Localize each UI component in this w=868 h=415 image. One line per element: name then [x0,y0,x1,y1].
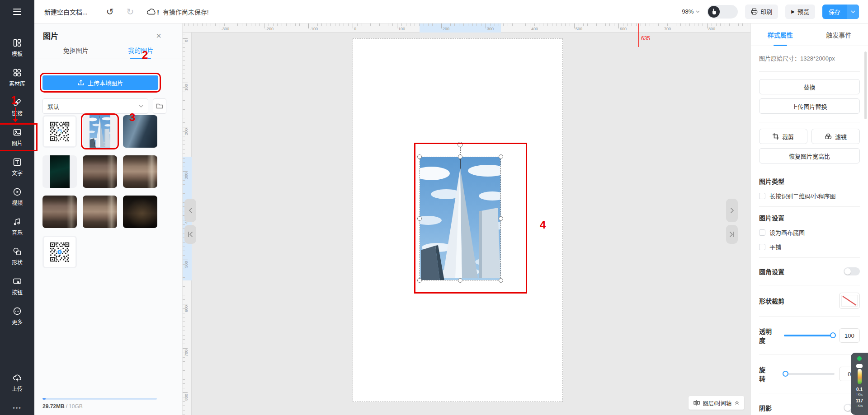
canvas-area[interactable]: -300-200-1000100200300400500600700800 01… [183,23,750,415]
close-icon[interactable]: × [156,31,161,40]
print-label: 印刷 [760,7,772,16]
rotate-handle[interactable] [458,142,463,147]
cloud-upload-icon [13,373,22,382]
replace-button[interactable]: 替换 [759,79,860,94]
sidebar-item-video[interactable]: 视频 [0,186,34,208]
sidebar-item-label: 链接 [12,109,23,117]
qr-code-blue-thumbnail[interactable] [42,236,77,268]
qr-recognize-checkbox[interactable]: 长按识别二维码/小程序图 [759,191,860,200]
upload-local-image-button[interactable]: 上传本地图片 [42,75,158,90]
zoom-level-dropdown[interactable]: 98% [682,8,700,15]
crop-icon [773,133,779,140]
network-monitor-widget[interactable]: 0.1 ↑K/s 117 ↓K/s [851,353,868,415]
slider-knob[interactable] [830,332,836,338]
sidebar-item-template[interactable]: 模板 [0,37,34,59]
rotation-slider[interactable] [784,373,835,375]
guide-line[interactable] [638,23,639,47]
last-page-button[interactable] [726,225,738,244]
resize-handle-sw[interactable] [417,278,422,283]
crop-button[interactable]: 裁剪 [759,129,807,144]
document-title[interactable]: 新建空白文档... [44,7,88,16]
resize-handle-nw[interactable] [417,154,422,159]
resize-handle-se[interactable] [499,278,503,283]
save-button[interactable]: 保存 [822,5,859,19]
bedroom-photo-3-thumbnail[interactable] [42,196,77,228]
save-dropdown-caret[interactable] [847,5,859,19]
touch-mode-toggle[interactable] [707,5,738,19]
image-panel-tabs: 免抠图片 我的图片 [34,41,182,59]
sidebar-item-upload[interactable]: 上传 [0,372,34,394]
layers-button-label: 图层/时间轴 [703,399,731,407]
dark-bedroom-photo-thumbnail[interactable] [123,196,157,228]
glass-building-photo-thumbnail[interactable] [123,115,157,148]
qr-code [44,117,75,146]
original-size-label: 图片原始尺寸：1328*2000px [759,52,860,65]
resize-handle-s[interactable] [458,278,462,283]
skyscraper-photo-thumbnail[interactable] [83,115,117,148]
main-menu-button[interactable] [0,0,34,23]
first-page-button[interactable] [184,225,196,244]
sidebar-item-more[interactable]: 更多 [0,305,34,327]
top-toolbar: 新建空白文档... ↺ ↻ ! 有操作尚未保存! 98% 印刷 ▶ 预览 保存 [34,0,868,23]
sidebar-item-assets[interactable]: 素材库 [0,67,34,89]
redo-icon[interactable]: ↻ [126,7,134,16]
opacity-input[interactable]: 100 [839,328,860,343]
bedroom-photo-2-thumbnail[interactable] [123,155,157,188]
sidebar-item-image[interactable]: 图片 [0,126,34,148]
upload-icon [78,79,84,86]
dark-abstract-photo-thumbnail[interactable] [42,155,77,188]
sidebar-item-label: 视频 [12,199,23,206]
restore-ratio-button[interactable]: 恢复图片宽高比 [759,148,860,163]
tile-checkbox[interactable]: 平铺 [759,242,860,251]
no-shape-icon [841,295,858,307]
checkbox-icon[interactable] [759,193,765,199]
folder-icon[interactable] [153,98,166,114]
set-as-background-checkbox[interactable]: 设为画布底图 [759,228,860,237]
sidebar-item-link[interactable]: 链接 [0,97,34,118]
left-sidebar: 模板素材库链接图片文字视频音乐形状按钮更多 上传 ••• 1 [0,0,34,415]
slider-knob[interactable] [783,371,788,377]
tab-my-images[interactable]: 我的图片 [126,42,155,59]
opacity-slider[interactable] [784,335,835,336]
sidebar-overflow-button[interactable]: ••• [0,405,34,411]
resize-handle-e[interactable] [499,216,503,221]
shape-crop-button[interactable] [839,293,860,309]
selected-image-element[interactable] [420,157,501,280]
chevron-down-icon [851,10,855,13]
resize-handle-n[interactable] [458,154,462,159]
upload-speed: 0.1 [856,387,863,392]
zoom-level-value: 98% [682,8,693,15]
dark-abstract-photo [50,155,70,188]
skyscraper-image[interactable] [420,157,500,280]
sidebar-item-shape[interactable]: 形状 [0,246,34,267]
image-type-title: 图片类型 [759,177,860,186]
preview-button[interactable]: ▶ 预览 [785,5,815,19]
next-page-button[interactable] [726,199,738,222]
print-button[interactable]: 印刷 [745,5,778,19]
checkbox-icon[interactable] [759,244,765,250]
rounded-corner-toggle[interactable] [844,267,860,275]
annotation-step-2: 2 [142,50,148,61]
resize-handle-ne[interactable] [499,154,503,159]
resize-handle-w[interactable] [417,216,422,221]
layers-timeline-button[interactable]: 图层/时间轴 [689,396,744,410]
tab-style-properties[interactable]: 样式属性 [751,23,810,46]
download-speed: 117 [856,398,863,404]
checkbox-icon[interactable] [759,229,765,236]
bedroom-photo-1-thumbnail[interactable] [83,155,117,188]
bedroom-photo-4-thumbnail[interactable] [83,196,117,228]
prev-page-button[interactable] [184,199,196,222]
scrollbar[interactable] [864,51,867,119]
upload-replace-button[interactable]: 上传图片替换 [759,98,860,114]
bedroom-photo-1 [83,155,117,188]
filter-button[interactable]: 滤镜 [811,129,860,144]
upload-button-label: 上传本地图片 [88,79,123,87]
tab-free-images[interactable]: 免抠图片 [61,42,90,59]
sidebar-item-text[interactable]: 文字 [0,156,34,178]
sidebar-item-button[interactable]: 按钮 [0,275,34,297]
undo-icon[interactable]: ↺ [106,7,114,16]
tab-trigger-events[interactable]: 触发事件 [810,23,868,46]
qr-code-thumbnail[interactable] [42,115,77,148]
preview-label: 预览 [797,7,809,16]
sidebar-item-music[interactable]: 音乐 [0,216,34,238]
